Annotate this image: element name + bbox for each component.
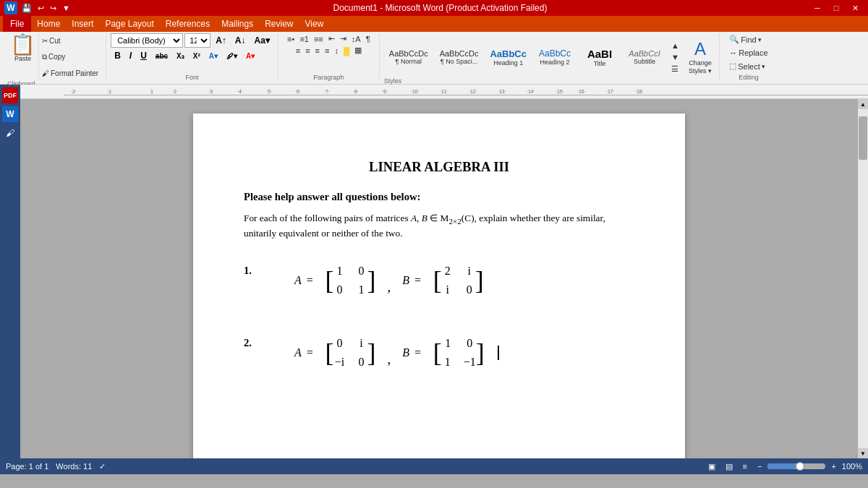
borders-btn[interactable]: ▦ — [352, 45, 364, 56]
replace-btn[interactable]: ↔ Replace — [726, 47, 770, 59]
zoom-slider-thumb[interactable] — [796, 462, 804, 471]
multilevel-btn[interactable]: ≡≡ — [312, 34, 326, 44]
b2-r1c2: 0 — [464, 335, 475, 352]
doc-scroll[interactable]: LINEAR ALGEBRA III Please help answer al… — [20, 99, 858, 458]
font-group-content: Calibri (Body) 12 A↑ A↓ Aa▾ B I U abc X₂… — [111, 33, 273, 72]
replace-icon: ↔ — [729, 48, 737, 57]
align-left-btn[interactable]: ≡ — [294, 46, 302, 56]
sort-btn[interactable]: ↕A — [349, 34, 363, 44]
page-info: Page: 1 of 1 — [6, 462, 48, 471]
scroll-up-btn[interactable]: ▲ — [858, 99, 868, 109]
numbering-btn[interactable]: ≡1 — [297, 34, 311, 44]
view-web-btn[interactable]: ≡ — [740, 461, 750, 471]
style-h2[interactable]: AaBbCc Heading 2 — [533, 46, 576, 68]
bold-btn[interactable]: B — [111, 49, 124, 62]
format-painter-btn[interactable]: 🖌 Format Painter — [41, 69, 100, 78]
maximize-btn[interactable]: □ — [827, 2, 845, 14]
b2-r2c1: 1 — [442, 354, 454, 371]
strikethrough-btn[interactable]: abc — [152, 51, 171, 61]
style-subtitle[interactable]: AaBbCcI Subtitle — [623, 47, 666, 67]
view-layout-btn[interactable]: ▤ — [723, 461, 736, 471]
highlight-btn[interactable]: 🖊▾ — [223, 51, 241, 61]
spell-check-icon[interactable]: ✓ — [99, 462, 106, 471]
file-menu-btn[interactable]: File — [3, 16, 31, 32]
matrix-a-var-2: A — [294, 344, 302, 361]
sidebar-tool-paintbrush[interactable]: 🖌 — [2, 125, 18, 141]
zoom-slider-track[interactable] — [767, 463, 825, 469]
b1-r1c1: 2 — [442, 262, 454, 280]
menu-mailings[interactable]: Mailings — [216, 16, 259, 32]
increase-indent-btn[interactable]: ⇥ — [338, 33, 349, 44]
select-btn[interactable]: ⬚ Select ▾ — [726, 60, 768, 72]
a2-r2c1: −i — [334, 354, 346, 371]
word-icon: W — [4, 1, 17, 14]
change-styles-btn[interactable]: A ChangeStyles ▾ — [686, 38, 715, 77]
right-bracket-b1: ] — [475, 267, 484, 294]
style-nospace[interactable]: AaBbCcDc ¶ No Spaci... — [435, 47, 484, 67]
find-btn[interactable]: 🔍 Find ▾ — [726, 33, 764, 46]
matrix-b-1: [ 2 i i 0 — [433, 262, 484, 299]
svg-text:·2·: ·2· — [71, 89, 77, 94]
style-title[interactable]: AaBI Title — [578, 46, 621, 69]
styles-more[interactable]: ☰ — [669, 64, 681, 74]
menu-home[interactable]: Home — [31, 16, 66, 32]
para-row2: ≡ ≡ ≡ ≡ ↕ ▓ ▦ — [294, 45, 364, 56]
shading-btn[interactable]: ▓ — [341, 46, 352, 56]
font-name-select[interactable]: Calibri (Body) — [111, 33, 183, 48]
copy-btn[interactable]: ⧉ Copy — [41, 52, 100, 62]
menu-references[interactable]: References — [160, 16, 216, 32]
font-color-btn[interactable]: A▾ — [242, 51, 258, 61]
paste-area[interactable]: 📋 Paste — [7, 33, 39, 81]
scroll-down-btn[interactable]: ▼ — [858, 448, 868, 458]
menu-insert[interactable]: Insert — [66, 16, 99, 32]
zoom-control: − + 100% — [754, 461, 862, 471]
save-quick-btn[interactable]: 💾 — [20, 4, 33, 13]
style-h1[interactable]: AaBbCc Heading 1 — [485, 46, 532, 69]
subscript-btn[interactable]: X₂ — [173, 51, 188, 61]
cut-btn[interactable]: ✂ Cut — [41, 36, 100, 46]
problem-2: 2. A = [ — [244, 328, 634, 378]
menu-review[interactable]: Review — [259, 16, 299, 32]
close-btn[interactable]: ✕ — [846, 2, 864, 14]
styles-scroll-down[interactable]: ▼ — [669, 52, 681, 62]
scroll-track[interactable] — [858, 109, 868, 448]
title-bar: W 💾 ↩ ↪ ▼ Document1 - Microsoft Word (Pr… — [0, 0, 868, 16]
font-size-select[interactable]: 12 — [184, 33, 210, 48]
paragraph-group: ≡• ≡1 ≡≡ ⇤ ⇥ ↕A ¶ ≡ ≡ ≡ ≡ ↕ ▓ ▦ — [278, 33, 380, 81]
sidebar-tool-w[interactable]: W — [2, 106, 18, 122]
minimize-btn[interactable]: ─ — [809, 2, 826, 14]
line-spacing-btn[interactable]: ↕ — [332, 46, 341, 56]
undo-quick-btn[interactable]: ↩ — [36, 4, 46, 13]
svg-text:·10·: ·10· — [411, 89, 420, 94]
scroll-thumb[interactable] — [859, 116, 867, 160]
align-right-btn[interactable]: ≡ — [313, 46, 322, 56]
text-effects-btn[interactable]: A▾ — [205, 51, 221, 61]
justify-btn[interactable]: ≡ — [323, 46, 331, 56]
zoom-in-btn[interactable]: + — [828, 461, 838, 471]
menu-view[interactable]: View — [299, 16, 330, 32]
underline-btn[interactable]: U — [137, 49, 150, 62]
change-styles-icon: A — [694, 39, 706, 59]
matrix-b2-content: 1 0 1 −1 — [442, 335, 476, 371]
sidebar-tool-pdf[interactable]: PDF — [2, 87, 18, 103]
show-formatting-btn[interactable]: ¶ — [364, 34, 373, 44]
superscript-btn[interactable]: X² — [190, 51, 204, 61]
zoom-out-btn[interactable]: − — [754, 461, 765, 471]
styles-scroll-up[interactable]: ▲ — [669, 40, 681, 51]
bullets-btn[interactable]: ≡• — [285, 34, 297, 44]
change-case-btn[interactable]: Aa▾ — [250, 34, 273, 47]
redo-quick-btn[interactable]: ↪ — [48, 4, 58, 13]
align-center-btn[interactable]: ≡ — [303, 46, 312, 56]
matrix-a-eq-2-sign: = — [306, 344, 314, 361]
decrease-indent-btn[interactable]: ⇤ — [326, 33, 337, 44]
document-page[interactable]: LINEAR ALGEBRA III Please help answer al… — [193, 114, 685, 458]
style-h2-label: Heading 2 — [540, 59, 569, 66]
menu-page-layout[interactable]: Page Layout — [99, 16, 159, 32]
italic-btn[interactable]: I — [126, 49, 135, 62]
editing-label: Editing — [739, 74, 759, 81]
customize-quick-btn[interactable]: ▼ — [61, 4, 72, 12]
view-normal-btn[interactable]: ▣ — [705, 461, 718, 471]
grow-font-btn[interactable]: A↑ — [212, 34, 230, 47]
style-normal[interactable]: AaBbCcDc ¶ Normal — [384, 47, 433, 67]
shrink-font-btn[interactable]: A↓ — [231, 34, 250, 47]
